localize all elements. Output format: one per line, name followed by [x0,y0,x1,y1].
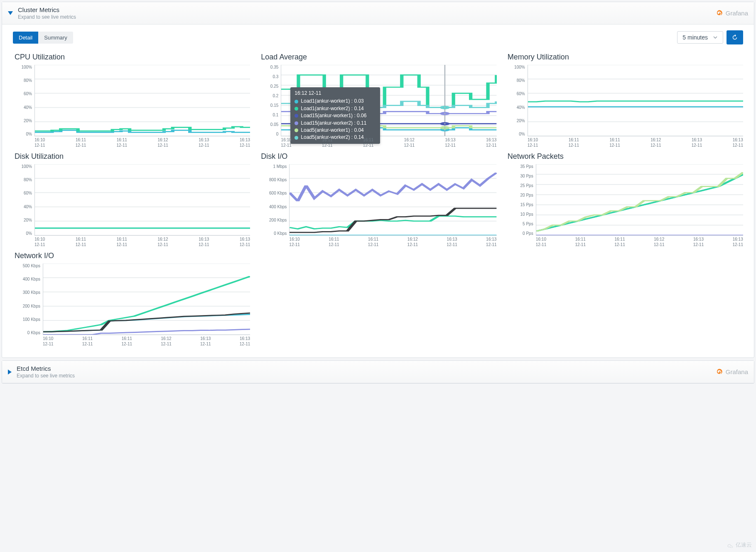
panel-title: Cluster Metrics [18,6,716,13]
x-tick: 16:1112-11 [609,137,620,148]
tab-detail[interactable]: Detail [13,32,38,44]
plot-area[interactable]: 16:12 12-11Load1(ankur-worker1) : 0.03Lo… [281,65,496,136]
x-tick: 16:1212-11 [404,137,415,148]
x-tick: 16:1312-11 [240,237,250,247]
y-axis: 1 Mbps800 Kbps600 Kbps400 Kbps200 Kbps0 … [259,164,289,236]
cluster-panel-header[interactable]: Cluster Metrics Expand to see live metri… [2,2,754,25]
x-tick: 16:1212-11 [161,336,172,347]
cluster-panel-body: Detail Summary 5 minutes CPU Utilization… [2,25,754,357]
x-axis: 16:1012-1116:1112-1116:1112-1116:1212-11… [536,237,743,247]
plot-area[interactable] [536,164,743,236]
y-axis: 500 Kbps400 Kbps300 Kbps200 Kbps100 Kbps… [13,264,43,335]
chart-mem: Memory Utilization 100%80%60%40%20%0% 16… [506,53,743,148]
tooltip-row: Load1(ankur-worker1) : 0.03 [295,98,376,105]
y-tick: 0.3 [259,74,278,79]
y-axis: 35 Pps30 Pps25 Pps20 Pps15 Pps10 Pps5 Pp… [506,164,536,236]
y-axis: 100%80%60%40%20%0% [13,164,34,236]
x-tick: 16:1312-11 [240,336,250,347]
y-tick: 1 Mbps [259,164,287,169]
y-tick: 20 Pps [506,193,533,197]
x-tick: 16:1312-11 [447,237,457,247]
plot-area[interactable] [528,65,743,136]
chart-body[interactable]: 0.350.30.250.20.150.10.050 16:12 12-11Lo… [259,65,496,148]
chart-body[interactable]: 35 Pps30 Pps25 Pps20 Pps15 Pps10 Pps5 Pp… [506,164,743,247]
y-tick: 200 Kbps [13,304,40,308]
x-axis: 16:1012-1116:1112-1116:1112-1116:1212-11… [281,137,496,148]
plot-area[interactable] [289,164,496,236]
series-nio-tx-w1 [43,276,250,332]
x-axis: 16:1012-1116:1112-1116:1112-1116:1212-11… [34,137,250,148]
x-tick: 16:1012-11 [528,137,538,148]
etcd-panel-header[interactable]: Etcd Metrics Expand to see live metrics … [2,361,754,383]
plot-area[interactable] [43,264,250,335]
x-tick: 16:1312-11 [692,137,702,148]
chart-title: Network I/O [13,251,250,260]
time-range-dropdown[interactable]: 5 minutes [677,31,723,44]
x-axis: 16:1012-1116:1112-1116:1112-1116:1212-11… [289,237,496,247]
y-tick: 40% [13,105,32,110]
collapse-toggle-icon[interactable] [8,370,12,375]
x-tick: 16:1312-11 [445,137,456,148]
x-tick: 16:1112-11 [322,137,333,148]
x-axis: 16:1012-1116:1112-1116:1112-1116:1212-11… [34,237,250,247]
x-tick: 16:1312-11 [486,137,497,148]
grafana-link[interactable]: Grafana [716,10,748,17]
x-tick: 16:1112-11 [575,237,586,247]
x-tick: 16:1312-11 [732,137,743,148]
y-tick: 300 Kbps [13,290,40,295]
view-tabs: Detail Summary [13,32,73,44]
refresh-button[interactable] [727,30,743,44]
x-tick: 16:1112-11 [76,237,86,247]
y-tick: 0.25 [259,84,278,89]
chart-title: CPU Utilization [13,53,250,62]
chart-disk_io: Disk I/O 1 Mbps800 Kbps600 Kbps400 Kbps2… [259,152,496,247]
x-tick: 16:1312-11 [693,237,704,247]
chart-body[interactable]: 500 Kbps400 Kbps300 Kbps200 Kbps100 Kbps… [13,264,250,347]
y-tick: 80% [13,177,32,182]
y-tick: 0 Kbps [259,231,287,236]
chart-body[interactable]: 1 Mbps800 Kbps600 Kbps400 Kbps200 Kbps0 … [259,164,496,247]
x-tick: 16:1312-11 [240,137,250,148]
series-pkt-w2-tx [536,172,743,232]
y-tick: 0% [506,132,525,136]
y-axis: 100%80%60%40%20%0% [13,65,34,136]
y-tick: 800 Kbps [259,177,287,182]
x-tick: 16:1012-11 [536,237,547,247]
y-tick: 10 Pps [506,212,533,217]
chart-title: Disk I/O [259,152,496,161]
chart-title: Disk Utilization [13,152,250,161]
y-tick: 20% [13,218,32,222]
y-tick: 60% [13,191,32,195]
grafana-icon [716,368,723,376]
chart-grid: CPU Utilization 100%80%60%40%20%0% 16:10… [13,53,743,347]
x-tick: 16:1012-11 [281,137,292,148]
cluster-metrics-panel: Cluster Metrics Expand to see live metri… [2,2,754,358]
y-tick: 0.15 [259,103,278,108]
y-tick: 0 Kbps [13,330,40,335]
grafana-link[interactable]: Grafana [716,368,748,376]
y-tick: 0.35 [259,65,278,69]
tooltip-row: Load15(ankur-worker2) : 0.11 [295,120,376,127]
plot-area[interactable] [34,164,250,236]
x-tick: 16:1112-11 [363,137,374,148]
collapse-toggle-icon[interactable] [8,11,13,15]
chart-net_pkt: Network Packets 35 Pps30 Pps25 Pps20 Pps… [506,152,743,247]
x-tick: 16:1012-11 [34,237,45,247]
x-tick: 16:1012-11 [43,336,54,347]
chart-title: Network Packets [506,152,743,161]
legend-dot-icon [295,121,298,125]
plot-area[interactable] [34,65,250,136]
series-write-w1 [290,173,496,201]
x-tick: 16:1112-11 [122,336,133,347]
chart-body[interactable]: 100%80%60%40%20%0% 16:1012-1116:1112-111… [13,164,250,247]
chart-title: Memory Utilization [506,53,743,62]
tab-summary[interactable]: Summary [38,32,73,44]
y-tick: 100% [13,164,32,169]
chart-body[interactable]: 100%80%60%40%20%0% 16:1012-1116:1112-111… [13,65,250,148]
x-axis: 16:1012-1116:1112-1116:1112-1116:1212-11… [528,137,743,148]
y-tick: 60% [506,91,525,96]
chart-body[interactable]: 100%80%60%40%20%0% 16:1012-1116:1112-111… [506,65,743,148]
x-tick: 16:1112-11 [82,336,93,347]
x-tick: 16:1012-11 [289,237,300,247]
time-range-value: 5 minutes [682,34,708,41]
